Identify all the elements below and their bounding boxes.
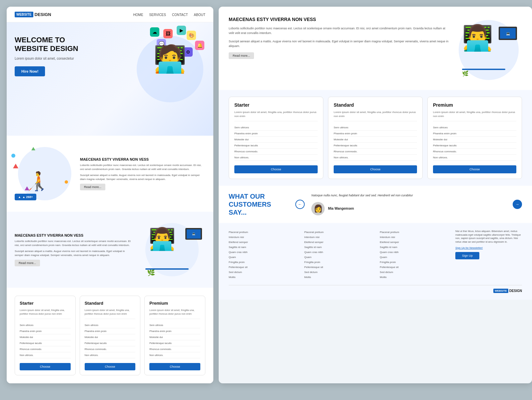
list-item: Interdum nisi: [380, 235, 449, 240]
list-item: Fringilla proin: [304, 260, 373, 265]
left-pricing-card-standard: Standard Lorem ipsum dolor sit amet, fri…: [80, 296, 141, 375]
list-item: Pharetra enim proin: [234, 131, 318, 137]
right-premium-desc: Lorem ipsum dolor sit amet, fringilla un…: [433, 110, 516, 121]
list-item: Eleifend semper: [380, 240, 449, 245]
hero-section: WELCOME TO WEBSITE DESIGN Lorem ipsum do…: [7, 22, 213, 136]
list-item: Pharetra enim proin: [85, 328, 136, 334]
list-item: Sagittis id nam: [380, 245, 449, 250]
nav-links: HOME SERVICES CONTACT ABOUT: [133, 11, 205, 17]
list-item: Mollis: [304, 275, 373, 280]
list-item: Interdum nisi: [229, 235, 298, 240]
list-item: Mollis: [380, 275, 449, 280]
left-starter-features: Sem ultrices Pharetra enim proin Molesti…: [20, 322, 71, 358]
right-read-more-button[interactable]: Read more...: [229, 52, 254, 59]
list-item: Quam cras nibh: [229, 250, 298, 255]
logo: WEBSITE DESIGN: [15, 12, 51, 17]
left-standard-title: Standard: [85, 301, 136, 306]
left-nav: WEBSITE DESIGN HOME SERVICES CONTACT ABO…: [7, 7, 213, 22]
about-body1: Lobortis sollicitudin porttitor nunc mae…: [80, 163, 205, 171]
testimonial-author: 👩 Mia Wangemsen: [311, 202, 506, 215]
left-starter-title: Starter: [20, 301, 71, 306]
hire-now-button[interactable]: Hire Now!: [15, 66, 45, 76]
icon-play: ▶: [177, 26, 186, 35]
list-item: Sed dictum: [229, 270, 298, 275]
icon-cloud: ☁: [150, 27, 159, 37]
nav-link-about[interactable]: ABOUT: [194, 11, 205, 17]
list-item: Sem ultrices: [149, 322, 200, 328]
list-item: Sagittis id nam: [229, 245, 298, 250]
right-standard-features: Sem ultrices Pharetra enim proin Molesti…: [334, 125, 417, 161]
footer-logo-text: DESIGN: [509, 289, 522, 293]
right-starter-choose-button[interactable]: Choose: [234, 165, 318, 173]
list-item: Sed dictum: [380, 270, 449, 275]
right-premium-card: Premium Lorem ipsum dolor sit amet, frin…: [427, 97, 522, 179]
footer-logo-box: WEBSITE: [493, 289, 508, 293]
testimonial-section: WHAT OUR CUSTOMERS SAY... ← Natoque null…: [219, 186, 532, 223]
list-item: Molestie dui: [433, 137, 516, 143]
left-starter-desc: Lorem ipsum dolor sit amet, fringilla un…: [20, 308, 71, 319]
list-item: Molestie dui: [149, 334, 200, 340]
right-standard-choose-button[interactable]: Choose: [334, 165, 417, 173]
footer: Placerat pretium Interdum nisi Eleifend …: [219, 223, 532, 300]
footer-col-1: Placerat pretium Interdum nisi Eleifend …: [229, 230, 298, 280]
left-standard-features: Sem ultrices Pharetra enim proin Molesti…: [85, 322, 136, 358]
s3-body2: Suscipit aenean aliquet a mattis. Augue …: [15, 249, 133, 257]
list-item: Sed dictum: [304, 270, 373, 275]
left-standard-choose-button[interactable]: Choose: [85, 363, 136, 370]
list-item: Non ultrices.: [149, 352, 200, 358]
nav-link-services[interactable]: SERVICES: [149, 11, 166, 17]
right-top-section: MAECENAS ESTY VIVERRA NON VESS Lobortis …: [219, 7, 532, 90]
left-pricing-card-premium: Premium Lorem ipsum dolor sit amet, frin…: [144, 296, 205, 375]
stats-badge: ▲ ▲ 268+: [15, 194, 36, 200]
nav-link-home[interactable]: HOME: [133, 11, 143, 17]
left-pricing-section: Starter Lorem ipsum dolor sit amet, frin…: [7, 288, 213, 383]
list-item: Eleifend semper: [229, 240, 298, 245]
list-item: Rhoncus commodo.: [20, 346, 71, 352]
list-item: Molestie dui: [234, 137, 318, 143]
read-more-button-about[interactable]: Read more...: [80, 184, 105, 190]
s3-illustration: 👨‍💻 🌿 💻: [139, 220, 205, 280]
right-top-body2: Suscipit aenean aliquet a mattis. Augue …: [229, 39, 449, 49]
testimonial-next-button[interactable]: →: [513, 200, 522, 209]
testimonial-prev-button[interactable]: ←: [295, 200, 305, 209]
right-pricing-section: Starter Lorem ipsum dolor sit amet, frin…: [219, 90, 532, 186]
list-item: Pellentesque iaculis: [20, 340, 71, 346]
right-panel: MAECENAS ESTY VIVERRA NON VESS Lobortis …: [219, 7, 532, 383]
list-item: Pellentesque iaculis: [234, 143, 318, 149]
newsletter-body: Nisi ut ther litcus, lictus aliquam. Bib…: [455, 230, 522, 244]
signup-button[interactable]: Sign Up: [455, 252, 479, 259]
hero-subtitle: Lorem ipsum dolor sit amet, consectetur: [15, 57, 98, 60]
footer-newsletter: Nisi ut ther litcus, lictus aliquam. Bib…: [455, 230, 522, 280]
list-item: Pellentesque iaculis: [334, 143, 417, 149]
nav-link-contact[interactable]: CONTACT: [172, 11, 188, 17]
about-title: MAECENAS ESTY VIVERRA NON VESS: [80, 157, 205, 161]
right-starter-title: Starter: [234, 102, 318, 108]
list-item: Rhoncus commodo.: [433, 149, 516, 155]
list-item: Quam cras nibh: [304, 250, 373, 255]
testimonial-content: Natoque nulla nunc, feugiat habitant dur…: [311, 193, 506, 215]
list-item: Pellentesque sit: [304, 265, 373, 270]
list-item: Interdum nisi: [304, 235, 373, 240]
list-item: Pellentesque iaculis: [433, 143, 516, 149]
author-name: Mia Wangemsen: [328, 207, 354, 210]
right-premium-features: Sem ultrices Pharetra enim proin Molesti…: [433, 125, 516, 161]
list-item: Rhoncus commodo.: [149, 346, 200, 352]
list-item: Molestie dui: [20, 334, 71, 340]
about-illustration: 🧑‍🦯 ▲ ▲ 268+: [15, 144, 75, 204]
list-item: Quam: [229, 255, 298, 260]
testimonial-title: WHAT OUR CUSTOMERS SAY...: [229, 192, 289, 216]
newsletter-link[interactable]: Sign Up for Newsletter!: [455, 246, 522, 249]
list-item: Pharetra enim proin: [433, 131, 516, 137]
list-item: Quam: [304, 255, 373, 260]
read-more-button-s3[interactable]: Read more...: [15, 260, 40, 266]
left-starter-choose-button[interactable]: Choose: [20, 363, 71, 370]
list-item: Sem ultrices: [334, 125, 417, 131]
s3-title: MAECENAS ESTY VIVERRA NON VESS: [15, 233, 133, 237]
right-starter-features: Sem ultrices Pharetra enim proin Molesti…: [234, 125, 318, 161]
list-item: Molestie dui: [334, 137, 417, 143]
right-premium-choose-button[interactable]: Choose: [433, 165, 516, 173]
right-standard-card: Standard Lorem ipsum dolor sit amet, fri…: [328, 97, 423, 179]
footer-logo: WEBSITE DESIGN: [493, 289, 522, 293]
list-item: Pellentesque sit: [229, 265, 298, 270]
left-premium-choose-button[interactable]: Choose: [149, 363, 200, 370]
